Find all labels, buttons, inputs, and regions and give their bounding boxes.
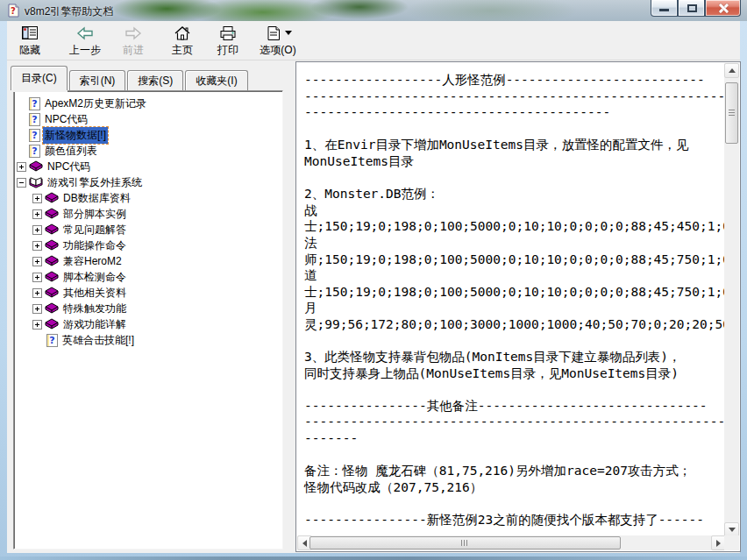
- book-closed-icon: [45, 208, 59, 220]
- tree-item[interactable]: ApexM2历史更新记录: [14, 96, 282, 111]
- tree-item[interactable]: 特殊触发功能: [14, 301, 282, 316]
- tab-favorites[interactable]: 收藏夹(I): [185, 70, 247, 90]
- expand-plus-icon[interactable]: [32, 241, 42, 251]
- tree-item[interactable]: 脚本检测命令: [14, 269, 282, 285]
- tree-item-label: NPC代码: [43, 111, 89, 128]
- tab-index-label: 索引(N): [80, 74, 116, 89]
- tree-item-label: 其他相关资料: [61, 285, 128, 301]
- forward-button-label: 前进: [123, 43, 144, 58]
- expand-plus-icon[interactable]: [32, 304, 42, 314]
- tree-item-label: ApexM2历史更新记录: [43, 96, 148, 112]
- back-button[interactable]: 上一步: [61, 23, 109, 59]
- help-topic-icon: [29, 113, 40, 126]
- help-topic-icon: [29, 97, 40, 110]
- scroll-left-icon: [302, 540, 307, 547]
- options-button-label: 选项(O): [260, 43, 295, 58]
- minimize-button[interactable]: [651, 0, 678, 17]
- tree-item[interactable]: 英雄合击技能[!]: [14, 332, 282, 348]
- tree-item-label: 游戏引擎反外挂系统: [46, 174, 144, 191]
- scroll-right-icon: [716, 540, 721, 547]
- tab-contents-label: 目录(C): [21, 71, 57, 86]
- svg-text:?: ?: [11, 6, 16, 16]
- window-title: v8m2引擎帮助文档: [25, 4, 113, 19]
- titlebar: ? v8m2引擎帮助文档: [0, 0, 747, 21]
- tree-item-label: DB数据库资料: [61, 190, 132, 207]
- toolbar: 隐藏 上一步 前进: [7, 21, 740, 60]
- options-button[interactable]: 选项(O): [254, 23, 302, 59]
- options-icon: [264, 25, 283, 42]
- tree-item-label: 脚本检测命令: [61, 269, 128, 286]
- help-topic-icon: [29, 129, 40, 142]
- book-open-icon: [29, 176, 43, 188]
- tree-item[interactable]: 功能操作命令: [14, 237, 282, 253]
- home-button[interactable]: 主页: [163, 23, 202, 59]
- tree-item[interactable]: 兼容HeroM2: [14, 253, 282, 269]
- tree-item-label: 兼容HeroM2: [61, 253, 124, 270]
- expand-plus-icon[interactable]: [32, 257, 42, 266]
- scroll-down-icon: [729, 528, 736, 532]
- expand-plus-icon[interactable]: [32, 209, 42, 219]
- book-closed-icon: [45, 255, 59, 267]
- forward-button[interactable]: 前进: [114, 23, 153, 59]
- vertical-scrollbar[interactable]: [724, 63, 739, 537]
- tree-item[interactable]: NPC代码: [14, 159, 282, 174]
- home-button-label: 主页: [172, 43, 193, 58]
- minimize-icon: [659, 9, 669, 11]
- tab-index[interactable]: 索引(N): [69, 70, 126, 90]
- hide-button-label: 隐藏: [19, 43, 40, 58]
- collapse-minus-icon[interactable]: [17, 178, 26, 188]
- client-area: 隐藏 上一步 前进: [7, 21, 740, 553]
- tree-item-label: 部分脚本实例: [61, 206, 128, 223]
- tree-item-label: 功能操作命令: [61, 237, 128, 254]
- help-topic-icon: [29, 145, 40, 158]
- tab-favorites-label: 收藏夹(I): [196, 74, 237, 89]
- scrollbar-corner: [724, 535, 739, 550]
- tab-search-label: 搜索(S): [138, 74, 173, 89]
- expand-plus-icon[interactable]: [32, 288, 42, 298]
- nav-tabs: 目录(C) 索引(N) 搜索(S) 收藏夹(I): [11, 66, 250, 90]
- book-closed-icon: [45, 318, 59, 330]
- tree-item-label: 英雄合击技能[!]: [60, 332, 136, 349]
- tab-search[interactable]: 搜索(S): [127, 70, 183, 90]
- book-closed-icon: [45, 239, 59, 252]
- expand-plus-icon[interactable]: [32, 320, 42, 330]
- book-closed-icon: [45, 271, 59, 283]
- hide-pane-icon: [20, 25, 39, 42]
- book-closed-icon: [45, 287, 59, 299]
- close-button[interactable]: [705, 0, 741, 17]
- horizontal-scrollbar[interactable]: [297, 535, 726, 550]
- expand-plus-icon[interactable]: [32, 225, 42, 235]
- help-file-icon: ?: [6, 4, 20, 18]
- tree-item[interactable]: 游戏功能详解: [14, 316, 282, 332]
- vertical-scroll-thumb[interactable]: [725, 82, 738, 144]
- tree-item[interactable]: 常见问题解答: [14, 222, 282, 237]
- tree-item[interactable]: 游戏引擎反外挂系统: [14, 174, 282, 190]
- scroll-up-icon: [729, 68, 736, 73]
- contents-tree: ApexM2历史更新记录 NPC代码 新怪物数据[!] 颜色值列表 NP: [13, 90, 283, 549]
- print-button[interactable]: 打印: [209, 23, 247, 59]
- scroll-up-button[interactable]: [724, 63, 739, 78]
- tree-item[interactable]: 部分脚本实例: [14, 206, 282, 222]
- hide-button[interactable]: 隐藏: [11, 23, 49, 59]
- tree-item-label: 新怪物数据[!]: [43, 127, 108, 144]
- tree-item[interactable]: 其他相关资料: [14, 285, 282, 301]
- expand-plus-icon[interactable]: [17, 162, 26, 172]
- book-closed-icon: [45, 223, 59, 236]
- dropdown-caret-icon: [285, 31, 292, 35]
- expand-plus-icon[interactable]: [32, 194, 42, 203]
- tab-contents[interactable]: 目录(C): [11, 66, 68, 90]
- book-closed-icon: [45, 302, 59, 315]
- tree-item[interactable]: DB数据库资料: [14, 190, 282, 206]
- help-topic-icon: [46, 334, 58, 347]
- topic-content-pane: ------------------人形怪范例-----------------…: [295, 61, 741, 552]
- horizontal-scroll-thumb[interactable]: [309, 536, 621, 549]
- topic-document: ------------------人形怪范例-----------------…: [297, 63, 725, 536]
- tree-item-selected[interactable]: 新怪物数据[!]: [14, 127, 282, 143]
- tree-item[interactable]: 颜色值列表: [14, 143, 282, 159]
- tree-item-label: 常见问题解答: [61, 222, 128, 238]
- expand-plus-icon[interactable]: [32, 273, 42, 282]
- tree-item[interactable]: NPC代码: [14, 111, 282, 127]
- printer-icon: [218, 25, 238, 42]
- maximize-button[interactable]: [678, 0, 705, 17]
- back-button-label: 上一步: [69, 43, 101, 58]
